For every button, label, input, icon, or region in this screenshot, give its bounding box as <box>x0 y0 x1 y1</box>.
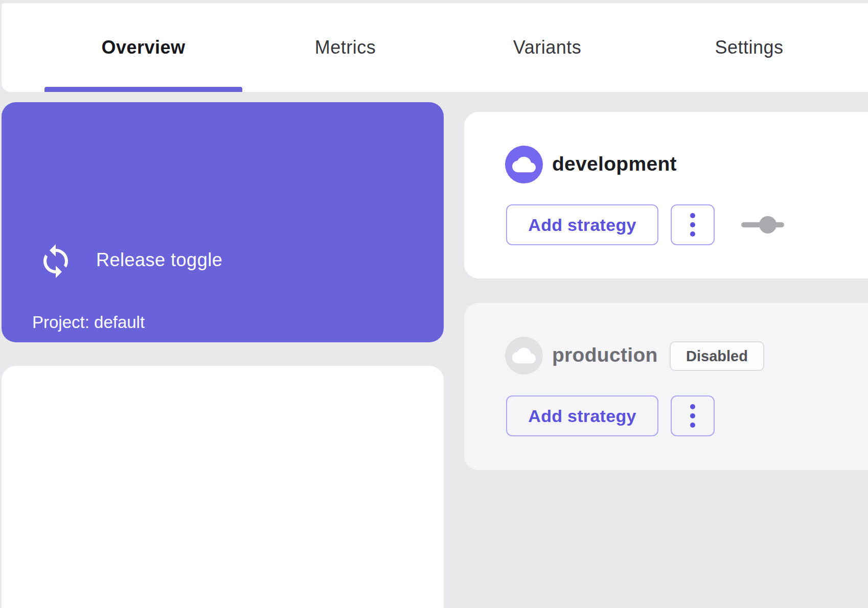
environment-panel-title: development <box>552 153 677 175</box>
slider-icon <box>740 215 785 235</box>
environment-panel-title: production <box>552 344 658 366</box>
feature-tab-bar: Overview Metrics Variants Settings <box>2 3 868 92</box>
status-badge: Disabled <box>670 341 764 371</box>
kebab-menu-icon[interactable] <box>671 204 715 245</box>
tab-variants[interactable]: Variants <box>446 3 648 92</box>
tab-variants-label: Variants <box>513 37 581 58</box>
cloud-icon <box>505 146 543 183</box>
add-strategy-button[interactable]: Add strategy <box>506 395 658 436</box>
strategy-actions-row: Add strategy <box>506 395 715 436</box>
tab-settings-label: Settings <box>715 37 783 58</box>
environment-panel-production: production Disabled Add strategy <box>464 303 868 470</box>
strategy-actions-row: Add strategy <box>506 204 785 245</box>
tab-overview[interactable]: Overview <box>42 3 244 92</box>
tab-metrics[interactable]: Metrics <box>244 3 446 92</box>
tab-settings[interactable]: Settings <box>648 3 850 92</box>
tab-overview-label: Overview <box>101 37 185 58</box>
feature-project: Project: default <box>32 313 145 332</box>
enabled-environments-card: Enabled in environments (1) ? developmen… <box>2 366 444 608</box>
active-tab-indicator <box>44 87 242 92</box>
feature-name: Release toggle <box>96 249 222 271</box>
tab-metrics-label: Metrics <box>315 37 376 58</box>
add-strategy-button[interactable]: Add strategy <box>506 204 658 245</box>
kebab-menu-icon[interactable] <box>671 395 715 436</box>
feature-summary-card: Release toggle Project: default No descr… <box>2 102 444 342</box>
cloud-icon <box>505 337 543 375</box>
environment-panel-development: development Add strategy <box>464 112 868 278</box>
refresh-icon <box>37 243 74 279</box>
